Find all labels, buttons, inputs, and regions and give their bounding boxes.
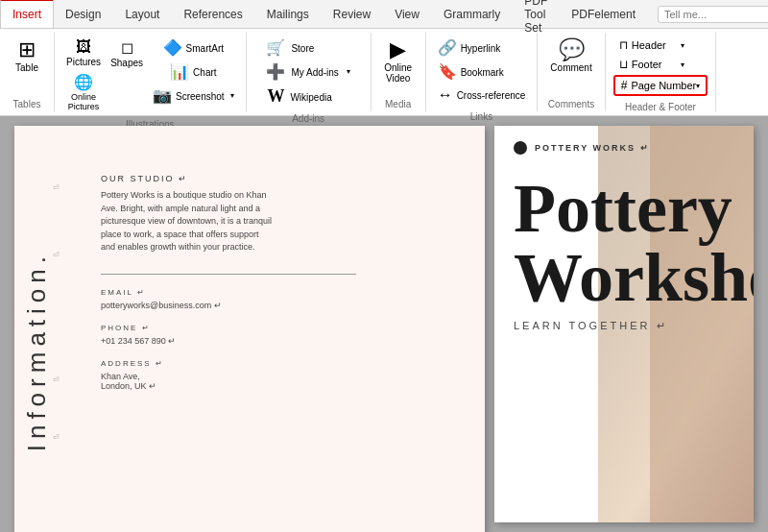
header-button[interactable]: ⊓ Header ▾ — [613, 36, 690, 54]
document-area: Information. ⏎ ⏎ ⏎ ⏎ OUR STUDIO ↵ Potter… — [0, 116, 768, 532]
footer-arrow-icon: ▾ — [681, 60, 684, 69]
page-left: Information. ⏎ ⏎ ⏎ ⏎ OUR STUDIO ↵ Potter… — [14, 126, 485, 532]
pictures-icon: 🖼 — [76, 38, 91, 56]
wikipedia-button[interactable]: W Wikipedia — [262, 85, 336, 108]
page-number-arrow-icon: ▾ — [696, 82, 700, 90]
edit-marker-4: ⏎ — [53, 433, 60, 442]
email-value: potteryworks@business.com ↵ — [101, 301, 466, 310]
my-addins-icon: ➕ — [266, 62, 285, 81]
footer-button[interactable]: ⊔ Footer ▾ — [613, 56, 690, 73]
shapes-button[interactable]: ◻ Shapes — [107, 36, 147, 70]
address-title: ADDRESS ↵ — [101, 359, 466, 368]
comment-icon: 💬 — [559, 39, 585, 60]
comment-button[interactable]: 💬 Comment — [545, 36, 596, 76]
right-page-inner: POTTERY WORKS ↵ Pottery Worksho LEARN TO… — [494, 126, 754, 522]
pottery-text-container: Pottery Worksho LEARN TOGETHER ↵ — [514, 174, 754, 332]
email-title: EMAIL ↵ — [101, 288, 466, 297]
smartart-button[interactable]: 🔷 SmartArt — [149, 36, 238, 59]
cross-reference-button[interactable]: ↔ Cross-reference — [434, 85, 530, 106]
tab-review[interactable]: Review — [322, 0, 383, 28]
phone-value: +01 234 567 890 ↵ — [101, 336, 466, 346]
chart-icon: 📊 — [170, 62, 189, 81]
my-addins-button[interactable]: ➕ My Add-ins ▾ — [262, 60, 353, 83]
tab-pdf-tool-set[interactable]: PDF Tool Set — [513, 0, 560, 28]
bookmark-icon: 🔖 — [438, 62, 457, 81]
ribbon-content: ⊞ Table Tables 🖼 Pictures 🌐 OnlinePictur… — [0, 29, 768, 115]
group-links: 🔗 Hyperlink 🔖 Bookmark ↔ Cross-reference… — [426, 33, 539, 111]
tab-insert[interactable]: Insert — [0, 0, 54, 28]
table-button[interactable]: ⊞ Table — [8, 36, 46, 76]
learn-together-text: LEARN TOGETHER ↵ — [514, 320, 754, 332]
online-video-button[interactable]: ▶ OnlineVideo — [379, 36, 418, 86]
tab-references[interactable]: References — [172, 0, 254, 28]
group-header-footer: ⊓ Header ▾ ⊔ Footer ▾ # Page Number ▾ He… — [606, 33, 717, 111]
studio-text: Pottery Works is a boutique studio on Kh… — [101, 189, 274, 254]
screenshot-dropdown-arrow: ▾ — [230, 91, 234, 100]
tab-grammarly[interactable]: Grammarly — [432, 0, 513, 28]
smartart-icon: 🔷 — [163, 38, 182, 57]
edit-marker-1: ⏎ — [53, 183, 60, 192]
divider — [101, 274, 356, 275]
screenshot-button[interactable]: 📷 Screenshot ▾ — [149, 85, 238, 107]
studio-title: OUR STUDIO ↵ — [101, 174, 466, 183]
hyperlink-button[interactable]: 🔗 Hyperlink — [434, 36, 505, 59]
online-pictures-icon: 🌐 — [74, 73, 93, 91]
shapes-icon: ◻ — [121, 38, 133, 57]
edit-marker-3: ⏎ — [53, 375, 60, 384]
table-icon: ⊞ — [18, 39, 36, 60]
page-right: POTTERY WORKS ↵ Pottery Worksho LEARN TO… — [494, 126, 754, 522]
online-pictures-button[interactable]: 🌐 OnlinePictures — [64, 71, 104, 113]
store-button[interactable]: 🛒 Store — [262, 36, 318, 59]
tab-mailings[interactable]: Mailings — [255, 0, 322, 28]
tell-me-container — [648, 0, 768, 28]
chart-button[interactable]: 📊 Chart — [149, 60, 238, 83]
header-icon: ⊓ — [619, 38, 628, 52]
page-number-button[interactable]: # Page Number ▾ — [613, 75, 708, 96]
tab-design[interactable]: Design — [54, 0, 113, 28]
footer-icon: ⊔ — [619, 58, 628, 71]
pottery-big-text-2: Worksho — [514, 243, 754, 312]
logo-text: POTTERY WORKS ↵ — [535, 143, 650, 153]
address-line2: London, UK ↵ — [101, 381, 466, 391]
store-icon: 🛒 — [266, 38, 285, 57]
tab-layout[interactable]: Layout — [113, 0, 172, 28]
online-video-icon: ▶ — [390, 39, 406, 60]
tab-view[interactable]: View — [383, 0, 432, 28]
screenshot-icon: 📷 — [153, 86, 172, 105]
tell-me-input[interactable] — [658, 6, 768, 23]
address-line1: Khan Ave, — [101, 372, 466, 381]
header-arrow-icon: ▾ — [681, 41, 684, 50]
group-comments: 💬 Comment Comments — [538, 33, 605, 111]
group-addins: 🛒 Store ➕ My Add-ins ▾ W Wikipedia Add-i… — [247, 33, 372, 111]
edit-marker-2: ⏎ — [53, 251, 60, 259]
group-tables: ⊞ Table Tables — [0, 33, 55, 111]
ribbon: Insert Design Layout References Mailings… — [0, 0, 768, 116]
group-illustrations: 🖼 Pictures 🌐 OnlinePictures ◻ Shapes — [55, 33, 247, 111]
wikipedia-icon: W — [267, 87, 284, 105]
logo-circle — [514, 141, 527, 155]
pictures-button[interactable]: 🖼 Pictures — [62, 36, 105, 69]
group-media: ▶ OnlineVideo Media — [372, 33, 426, 111]
tab-bar: Insert Design Layout References Mailings… — [0, 0, 768, 29]
logo-container: POTTERY WORKS ↵ — [514, 141, 650, 155]
cross-reference-icon: ↔ — [438, 86, 453, 104]
hyperlink-icon: 🔗 — [438, 38, 457, 57]
tab-pdfelement[interactable]: PDFelement — [560, 0, 648, 28]
page-number-icon: # — [621, 79, 628, 92]
page-left-rotated-label: Information. — [22, 251, 52, 451]
pottery-big-text-1: Pottery — [514, 174, 754, 243]
page-left-content: OUR STUDIO ↵ Pottery Works is a boutique… — [72, 126, 485, 410]
my-addins-arrow: ▾ — [347, 67, 350, 76]
phone-title: PHONE ↵ — [101, 324, 466, 332]
bookmark-button[interactable]: 🔖 Bookmark — [434, 60, 508, 83]
